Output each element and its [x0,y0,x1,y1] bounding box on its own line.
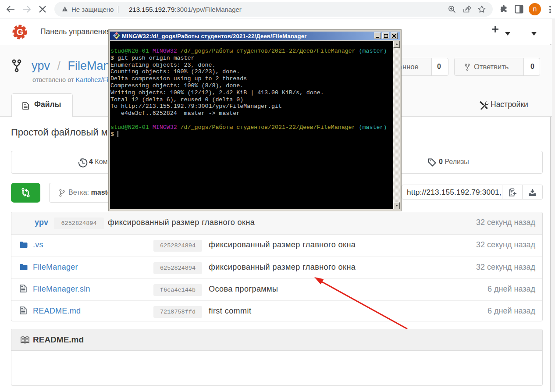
svg-text:G: G [17,27,24,37]
